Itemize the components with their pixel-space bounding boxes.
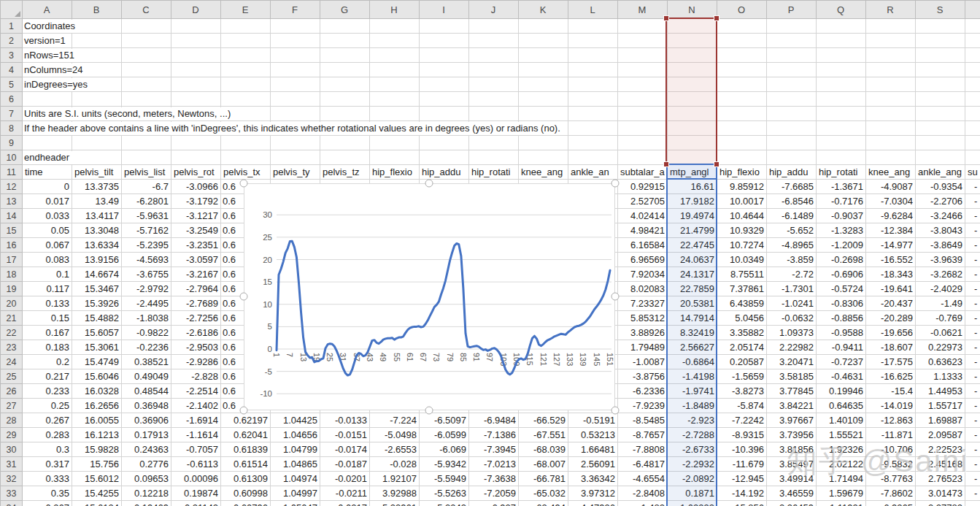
cell[interactable]: -7.0213 — [469, 457, 519, 472]
cell[interactable] — [221, 150, 271, 165]
cell[interactable] — [618, 136, 668, 150]
cell[interactable]: - — [965, 428, 980, 442]
cell[interactable]: -5.9342 — [420, 457, 469, 472]
cell[interactable]: 0.35 — [23, 486, 72, 501]
cell[interactable]: 15.756 — [72, 457, 122, 472]
cell[interactable]: pelvis_tx — [221, 165, 271, 180]
cell[interactable]: -0.7237 — [817, 355, 866, 369]
row-header[interactable]: 7 — [1, 107, 23, 121]
cell[interactable]: -4.8965 — [767, 238, 817, 253]
cell[interactable]: 14.6674 — [72, 267, 122, 282]
cell[interactable]: -2.9792 — [122, 282, 171, 296]
cell[interactable]: Coordinates — [23, 19, 72, 34]
cell[interactable] — [370, 77, 420, 92]
cell[interactable] — [618, 34, 668, 48]
cell[interactable]: -6.937 — [469, 501, 519, 506]
cell[interactable]: -0.6113 — [171, 457, 221, 472]
cell[interactable]: 6.43859 — [717, 296, 767, 311]
cell[interactable]: -7.9239 — [618, 399, 668, 413]
cell[interactable]: -0.9037 — [817, 209, 866, 223]
cell[interactable] — [817, 34, 866, 48]
cell[interactable]: -7.2059 — [469, 486, 519, 501]
chart-selection-handle[interactable] — [240, 293, 248, 301]
column-letter-s[interactable]: S — [916, 1, 965, 19]
cell[interactable]: -0.9354 — [916, 180, 965, 194]
cell[interactable] — [122, 63, 171, 77]
cell[interactable]: 0.21142 — [171, 501, 221, 506]
cell[interactable]: 3.58185 — [767, 369, 817, 384]
cell[interactable]: 16.2656 — [72, 399, 122, 413]
cell[interactable]: -2.2706 — [916, 194, 965, 209]
cell[interactable]: 0.2776 — [122, 457, 171, 472]
cell[interactable]: -5.652 — [767, 223, 817, 238]
cell[interactable] — [965, 77, 980, 92]
cell[interactable]: 10.0349 — [717, 253, 767, 267]
cell[interactable]: 1.66481 — [568, 442, 618, 457]
cell[interactable]: -65.032 — [519, 486, 568, 501]
cell[interactable]: version=1 — [23, 34, 72, 48]
cell[interactable]: -5.5263 — [420, 486, 469, 501]
cell[interactable]: -2.7689 — [171, 296, 221, 311]
cell[interactable]: -7.8602 — [866, 486, 916, 501]
range-handle[interactable] — [663, 161, 669, 167]
cell[interactable]: - — [965, 209, 980, 223]
cell[interactable]: 2.52705 — [618, 194, 668, 209]
cell[interactable] — [817, 92, 866, 107]
cell[interactable]: -14.019 — [866, 399, 916, 413]
row-header[interactable]: 29 — [1, 428, 23, 442]
cell[interactable] — [370, 19, 420, 34]
cell[interactable]: 0.38521 — [122, 355, 171, 369]
cell[interactable] — [469, 63, 519, 77]
column-letter-l[interactable]: L — [568, 1, 618, 19]
cell[interactable]: 15.3926 — [72, 296, 122, 311]
cell[interactable] — [370, 136, 420, 150]
cell[interactable]: 0.61514 — [221, 457, 271, 472]
cell[interactable] — [767, 34, 817, 48]
cell[interactable]: pelvis_tz — [320, 165, 370, 180]
cell[interactable] — [469, 107, 519, 121]
cell[interactable]: -1.6914 — [171, 413, 221, 428]
row-header[interactable]: 19 — [1, 282, 23, 296]
cell[interactable]: ankle_ang — [916, 165, 965, 180]
cell[interactable]: 3.77845 — [767, 384, 817, 399]
cell[interactable]: -1.0241 — [767, 296, 817, 311]
chart-selection-handle[interactable] — [611, 180, 620, 188]
cell[interactable] — [320, 107, 370, 121]
cell[interactable]: -66.781 — [519, 472, 568, 486]
cell[interactable] — [817, 150, 866, 165]
cell[interactable] — [469, 48, 519, 63]
cell[interactable]: 13.3048 — [72, 223, 122, 238]
cell[interactable]: -0.769 — [916, 311, 965, 326]
row-header[interactable]: 16 — [1, 238, 23, 253]
cell[interactable]: -3.6755 — [122, 267, 171, 282]
cell[interactable]: -16.552 — [866, 253, 916, 267]
column-letter-i[interactable]: I — [420, 1, 469, 19]
cell[interactable] — [320, 136, 370, 150]
cell[interactable]: -3.8756 — [618, 369, 668, 384]
cell[interactable]: 0.333 — [23, 472, 72, 486]
cell[interactable]: -2.4029 — [916, 282, 965, 296]
cell[interactable]: -0.2236 — [122, 340, 171, 355]
cell[interactable] — [271, 34, 320, 48]
cell[interactable] — [122, 77, 171, 92]
cell[interactable]: 0.217 — [23, 369, 72, 384]
cell[interactable]: - — [965, 194, 980, 209]
row-header[interactable]: 21 — [1, 311, 23, 326]
cell[interactable] — [519, 48, 568, 63]
cell[interactable] — [866, 77, 916, 92]
cell[interactable]: hip_flexio — [370, 165, 420, 180]
row-header[interactable]: 3 — [1, 48, 23, 63]
cell[interactable] — [420, 77, 469, 92]
cell[interactable]: 1.04799 — [271, 442, 320, 457]
row-header[interactable]: 8 — [1, 121, 23, 136]
cell[interactable]: -6.4817 — [618, 457, 668, 472]
cell[interactable]: 0.05 — [23, 223, 72, 238]
cell[interactable]: 15.3467 — [72, 282, 122, 296]
cell[interactable]: 5.0456 — [717, 311, 767, 326]
cell[interactable] — [916, 107, 965, 121]
cell[interactable] — [122, 92, 171, 107]
cell[interactable]: -0.0201 — [320, 472, 370, 486]
row-header[interactable]: 23 — [1, 340, 23, 355]
cell[interactable]: -6.2336 — [618, 384, 668, 399]
cell[interactable] — [221, 77, 271, 92]
